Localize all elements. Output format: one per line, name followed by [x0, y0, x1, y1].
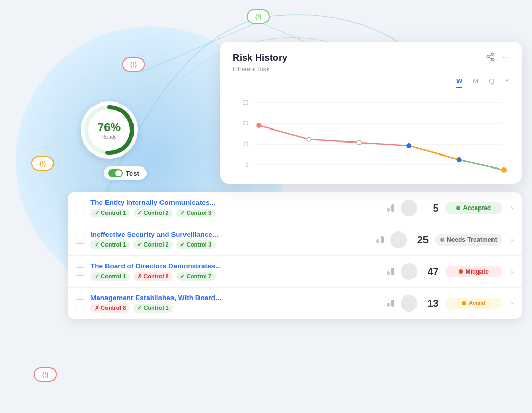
- svg-point-4: [491, 53, 494, 56]
- risk-row[interactable]: The Board of Directors Demonstrates... ✓…: [68, 256, 522, 288]
- svg-point-23: [457, 157, 462, 162]
- row-checkbox[interactable]: [76, 299, 84, 307]
- signal-icon-bottom-left: (!): [34, 367, 57, 382]
- chevron-right-icon[interactable]: ›: [511, 235, 513, 244]
- status-dot: [459, 269, 463, 274]
- tab-month[interactable]: M: [473, 77, 478, 88]
- signal-icon-top-center: (!): [247, 9, 270, 24]
- svg-line-7: [489, 57, 491, 59]
- control-badge: ✓ Control 3: [176, 209, 216, 217]
- control-badge: ✓ Control 1: [90, 272, 130, 281]
- svg-text:30: 30: [243, 100, 249, 106]
- control-badge: ✓ Control 2: [133, 209, 172, 217]
- risk-list: The Entity Internally Communicates... ✓ …: [68, 192, 522, 319]
- control-badge: ✗ Control 8: [133, 272, 172, 281]
- status-badge[interactable]: Avoid: [445, 298, 502, 309]
- svg-point-19: [256, 123, 261, 128]
- svg-line-8: [489, 55, 491, 56]
- status-badge[interactable]: Accepted: [445, 202, 502, 214]
- tab-quarter[interactable]: Q: [489, 77, 494, 88]
- status-label: Avoid: [469, 300, 486, 307]
- chevron-right-icon[interactable]: ›: [511, 267, 513, 276]
- risk-score: 25: [413, 234, 429, 246]
- svg-text:10: 10: [243, 141, 249, 147]
- control-badge: ✓ Control 1: [133, 304, 172, 313]
- control-badge: ✓ Control 2: [133, 240, 172, 249]
- chart-area: 30 20 10 0: [233, 92, 509, 175]
- risk-score: 47: [423, 266, 439, 278]
- signal-icon-left: (!): [31, 156, 54, 171]
- row-checkbox[interactable]: [76, 267, 84, 276]
- status-badge[interactable]: Mitigate: [445, 266, 502, 277]
- status-label: Needs Treatment: [447, 236, 497, 243]
- progress-bar: [391, 204, 394, 212]
- risk-title: Ineffective Security and Surveillance...: [90, 230, 370, 238]
- controls-row: ✗ Control 8 ✓ Control 1: [90, 304, 380, 313]
- toggle-switch[interactable]: [108, 169, 123, 177]
- progress-bar: [387, 208, 390, 212]
- progress-bar: [387, 303, 390, 307]
- svg-point-24: [501, 167, 507, 173]
- svg-point-20: [307, 137, 311, 141]
- risk-row[interactable]: The Entity Internally Communicates... ✓ …: [68, 192, 522, 224]
- risk-history-card: Risk History ··· Inherent Risk W M Q Y: [220, 42, 522, 184]
- risk-title: Management Establishes, With Board...: [90, 294, 380, 302]
- tab-week[interactable]: W: [456, 77, 462, 88]
- status-dot: [462, 301, 466, 305]
- row-checkbox[interactable]: [76, 204, 84, 212]
- risk-card-actions: ···: [486, 52, 509, 63]
- row-checkbox[interactable]: [76, 236, 84, 244]
- progress-bar: [391, 268, 394, 275]
- avatar: [390, 231, 407, 248]
- progress-bars: [387, 204, 394, 212]
- control-badge: ✓ Control 1: [90, 240, 130, 249]
- progress-bar: [376, 239, 379, 243]
- risk-card-header: Risk History ···: [233, 52, 509, 63]
- progress-bars: [376, 236, 384, 243]
- control-badge: ✓ Control 1: [90, 209, 130, 217]
- test-toggle[interactable]: Test: [104, 166, 147, 180]
- avatar: [401, 263, 417, 280]
- risk-title: The Entity Internally Communicates...: [90, 199, 380, 206]
- controls-row: ✓ Control 1 ✓ Control 2 ✓ Control 3: [90, 240, 370, 249]
- control-badge: ✗ Control 8: [90, 304, 130, 313]
- control-badge: ✓ Control 7: [176, 272, 216, 281]
- risk-info: The Entity Internally Communicates... ✓ …: [90, 199, 380, 217]
- status-badge[interactable]: Needs Treatment: [435, 234, 502, 246]
- gauge-text: 76% Ready: [98, 121, 121, 140]
- tab-bar: W M Q Y: [233, 77, 509, 88]
- more-options-button[interactable]: ···: [502, 53, 509, 62]
- svg-point-6: [491, 58, 494, 61]
- avatar: [401, 200, 417, 216]
- risk-row[interactable]: Management Establishes, With Board... ✗ …: [68, 288, 522, 319]
- progress-bar: [387, 271, 390, 275]
- progress-bar: [391, 300, 394, 307]
- risk-score: 5: [423, 202, 439, 214]
- controls-row: ✓ Control 1 ✗ Control 8 ✓ Control 7: [90, 272, 380, 281]
- svg-text:0: 0: [246, 162, 249, 168]
- controls-row: ✓ Control 1 ✓ Control 2 ✓ Control 3: [90, 209, 380, 217]
- svg-text:20: 20: [243, 121, 249, 126]
- status-dot: [440, 238, 444, 242]
- chevron-right-icon[interactable]: ›: [511, 299, 513, 308]
- chevron-right-icon[interactable]: ›: [511, 203, 513, 213]
- status-label: Mitigate: [466, 268, 489, 275]
- risk-score: 13: [423, 298, 439, 309]
- risk-info: Ineffective Security and Surveillance...…: [90, 230, 370, 249]
- tab-year[interactable]: Y: [504, 77, 509, 88]
- signal-icon-top-left: (!): [122, 57, 145, 72]
- risk-info: Management Establishes, With Board... ✗ …: [90, 294, 380, 313]
- svg-point-22: [406, 143, 411, 148]
- gauge-label: Ready: [98, 134, 121, 140]
- gauge-circle: 76% Ready: [81, 101, 138, 159]
- svg-line-17: [409, 146, 459, 160]
- share-button[interactable]: [486, 52, 495, 63]
- toggle-knob: [115, 170, 122, 176]
- progress-bar: [381, 236, 384, 243]
- svg-point-21: [357, 140, 361, 145]
- risk-card-subtitle: Inherent Risk: [233, 66, 509, 73]
- svg-point-5: [487, 56, 489, 58]
- risk-title: The Board of Directors Demonstrates...: [90, 262, 380, 270]
- gauge-percent: 76%: [98, 121, 121, 134]
- risk-row[interactable]: Ineffective Security and Surveillance...…: [68, 224, 522, 256]
